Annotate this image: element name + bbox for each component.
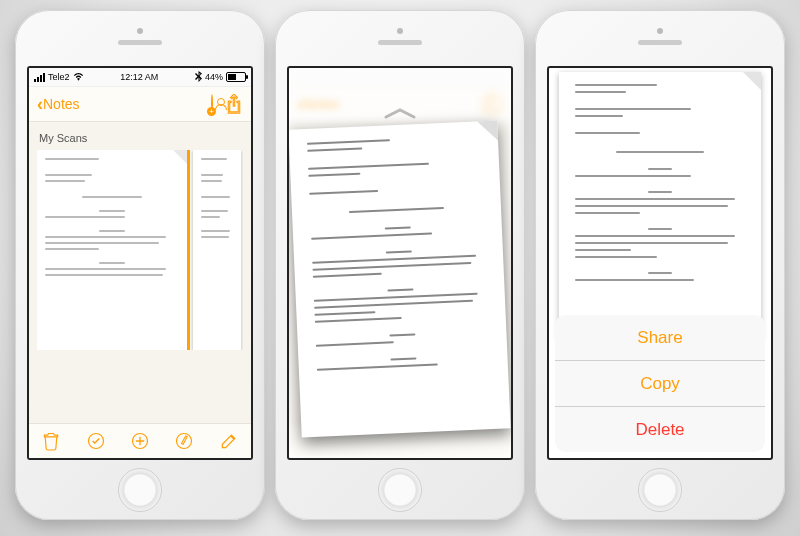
scanned-document[interactable] — [559, 72, 761, 338]
check-circle-icon — [86, 431, 106, 451]
carrier-label: Tele2 — [48, 72, 70, 82]
home-button[interactable] — [638, 468, 682, 512]
action-copy[interactable]: Copy — [555, 360, 765, 406]
add-people-button[interactable]: + — [211, 95, 213, 113]
svg-point-2 — [177, 434, 192, 449]
home-button[interactable] — [118, 468, 162, 512]
compose-button[interactable] — [219, 431, 239, 451]
nav-bar: ‹ Notes + — [29, 87, 251, 122]
scan-thumbnail-2[interactable] — [193, 150, 241, 350]
scan-thumbnails — [37, 150, 243, 350]
markup-icon — [174, 431, 194, 451]
bluetooth-icon — [195, 71, 202, 84]
phone-notes-view: Tele2 12:12 AM 44% — [15, 10, 265, 520]
phone-action-sheet: Share Copy Delete — [535, 10, 785, 520]
phone-scan-preview: ‹Notes — [275, 10, 525, 520]
share-button[interactable] — [225, 94, 243, 114]
action-share[interactable]: Share — [555, 315, 765, 360]
markup-button[interactable] — [174, 431, 194, 451]
battery-icon — [226, 72, 246, 82]
action-copy-label: Copy — [640, 374, 680, 394]
scan-thumbnail-1[interactable] — [37, 150, 187, 350]
plus-badge-icon: + — [207, 107, 216, 116]
action-sheet: Share Copy Delete — [555, 315, 765, 452]
back-button[interactable]: ‹ Notes — [37, 94, 80, 115]
action-share-label: Share — [637, 328, 682, 348]
compose-icon — [219, 431, 239, 451]
status-bar: Tele2 12:12 AM 44% — [29, 68, 251, 87]
scanned-document[interactable] — [289, 120, 511, 437]
home-button[interactable] — [378, 468, 422, 512]
back-label: Notes — [43, 96, 80, 112]
plus-circle-icon — [130, 431, 150, 451]
action-delete-label: Delete — [635, 420, 684, 440]
battery-pct: 44% — [205, 72, 223, 82]
action-delete[interactable]: Delete — [555, 406, 765, 452]
share-icon — [225, 94, 243, 114]
trash-icon — [41, 431, 61, 451]
clock: 12:12 AM — [120, 72, 158, 82]
wifi-icon — [73, 72, 84, 83]
note-body: My Scans — [29, 122, 251, 458]
cellular-signal-icon — [34, 73, 45, 82]
new-attachment-button[interactable] — [130, 431, 150, 451]
notes-toolbar — [29, 423, 251, 458]
checklist-button[interactable] — [86, 431, 106, 451]
attachment-title: My Scans — [39, 132, 243, 144]
trash-button[interactable] — [41, 431, 61, 451]
